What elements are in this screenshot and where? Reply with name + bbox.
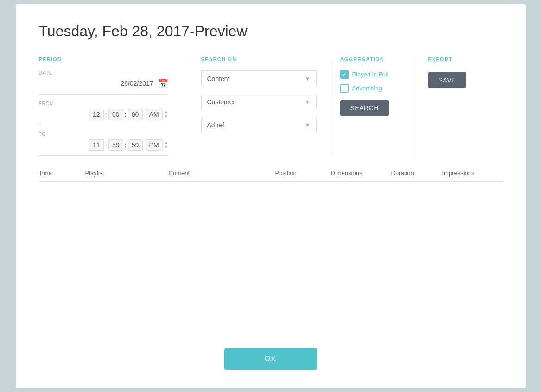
- from-spin-btns: ▲ ▼: [165, 110, 168, 119]
- to-time-input: 11 : 59 : 59 PM: [89, 139, 163, 151]
- checkmark-icon: ✓: [342, 71, 347, 78]
- calendar-icon[interactable]: 📅: [158, 78, 168, 89]
- from-ampm[interactable]: AM: [146, 109, 163, 120]
- export-panel: EXPORT SAVE: [414, 57, 503, 156]
- customer-dropdown-value: Customer: [207, 98, 235, 106]
- col-playlist: Playlist: [85, 170, 169, 177]
- customer-dropdown-arrow: ▼: [305, 99, 311, 105]
- to-spin-down[interactable]: ▼: [165, 145, 168, 150]
- ok-row: OK: [39, 348, 503, 370]
- to-hour[interactable]: 11: [89, 139, 104, 151]
- col-position: Position: [275, 170, 331, 177]
- main-card: Tuesday, Feb 28, 2017-Preview PERIOD DAT…: [16, 4, 526, 388]
- advertising-checkbox[interactable]: [340, 84, 349, 93]
- page-title: Tuesday, Feb 28, 2017-Preview: [39, 23, 503, 40]
- played-in-full-checkbox[interactable]: ✓: [340, 70, 349, 79]
- to-second[interactable]: 59: [128, 139, 143, 151]
- adref-dropdown-value: Ad ref.: [207, 121, 226, 129]
- from-minute[interactable]: 00: [108, 109, 123, 120]
- advertising-label[interactable]: Advertising: [352, 85, 382, 92]
- date-value: 28/02/2017: [121, 80, 153, 87]
- save-button[interactable]: SAVE: [428, 72, 466, 88]
- search-on-label: SEARCH ON: [201, 57, 317, 62]
- table-header: Time Playlist Content Position Dimension…: [39, 170, 503, 182]
- aggregation-panel: AGGREGATION ✓ Played in Full Advertising…: [331, 57, 414, 156]
- period-label: PERIOD: [39, 57, 168, 62]
- col-content: Content: [169, 170, 275, 177]
- from-time-row: 12 : 00 : 00 AM ▲ ▼: [39, 109, 168, 125]
- top-section: PERIOD DATE 28/02/2017 📅 FROM 12 : 00 : …: [39, 57, 503, 156]
- from-label: FROM: [39, 101, 168, 106]
- played-in-full-label[interactable]: Played in Full: [352, 71, 388, 78]
- date-label: DATE: [39, 70, 168, 76]
- from-spin-down[interactable]: ▼: [165, 114, 168, 119]
- content-dropdown-arrow: ▼: [305, 76, 311, 82]
- col-duration: Duration: [391, 170, 442, 177]
- search-on-panel: SEARCH ON Content ▼ Customer ▼ Ad ref. ▼: [187, 57, 331, 156]
- content-dropdown[interactable]: Content ▼: [201, 70, 317, 87]
- table-body: [39, 182, 503, 321]
- period-panel: PERIOD DATE 28/02/2017 📅 FROM 12 : 00 : …: [39, 57, 187, 156]
- export-label: EXPORT: [428, 57, 503, 62]
- to-time-row: 11 : 59 : 59 PM ▲ ▼: [39, 139, 168, 156]
- played-in-full-row: ✓ Played in Full: [340, 70, 405, 79]
- col-dimensions: Dimensions: [331, 170, 391, 177]
- adref-dropdown-arrow: ▼: [305, 122, 311, 128]
- adref-dropdown[interactable]: Ad ref. ▼: [201, 117, 317, 133]
- from-spin-up[interactable]: ▲: [165, 110, 168, 114]
- from-time-input: 12 : 00 : 00 AM: [89, 109, 163, 120]
- to-ampm[interactable]: PM: [146, 139, 163, 151]
- ok-button[interactable]: OK: [224, 348, 317, 370]
- to-minute[interactable]: 59: [108, 139, 123, 151]
- content-dropdown-value: Content: [207, 75, 230, 82]
- col-impressions: Impressions: [442, 170, 503, 177]
- to-spin-btns: ▲ ▼: [165, 140, 168, 149]
- col-time: Time: [39, 170, 85, 177]
- advertising-row: Advertising: [340, 84, 405, 93]
- aggregation-label: AGGREGATION: [340, 57, 405, 62]
- from-second[interactable]: 00: [128, 109, 143, 120]
- to-spin-up[interactable]: ▲: [165, 140, 168, 145]
- to-label: TO: [39, 132, 168, 137]
- date-row: 28/02/2017 📅: [39, 78, 168, 95]
- customer-dropdown[interactable]: Customer ▼: [201, 94, 317, 110]
- search-button[interactable]: SEARCH: [340, 100, 389, 116]
- from-hour[interactable]: 12: [89, 109, 104, 120]
